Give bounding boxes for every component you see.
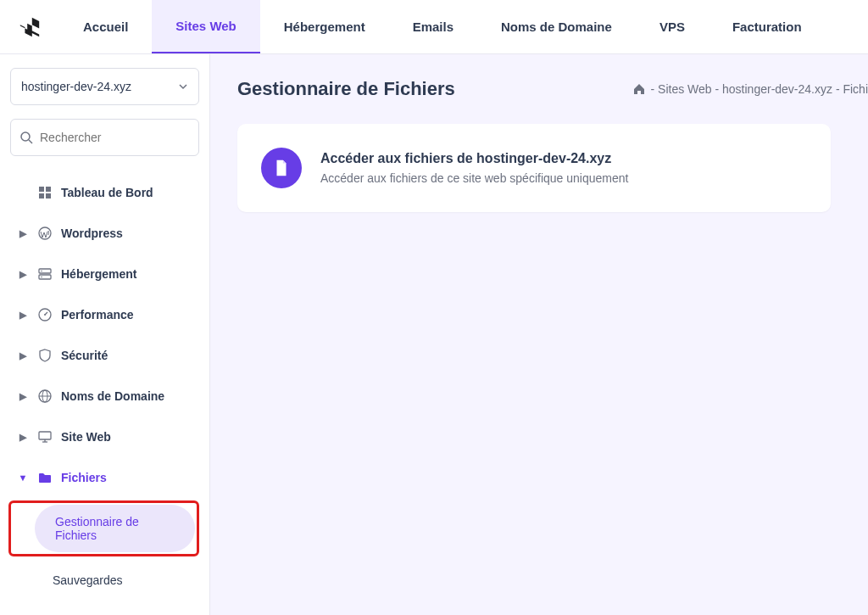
card-subtitle: Accéder aux fichiers de ce site web spéc… [320,171,628,185]
sidebar-item-label: Hébergement [61,267,136,281]
chevron-right-icon: ▶ [17,310,29,321]
breadcrumb[interactable]: - Sites Web - hostinger-dev-24.xyz - Fic… [632,82,869,96]
card-title: Accéder aux fichiers de hostinger-dev-24… [320,151,628,166]
search-icon [19,131,33,144]
top-nav: Accueil Sites Web Hébergement Emails Nom… [0,0,868,54]
nav-item-sites-web[interactable]: Sites Web [152,0,259,53]
svg-line-1 [29,140,32,143]
site-selector-value: hostinger-dev-24.xyz [21,80,131,93]
chevron-down-icon [178,81,188,92]
main-content: Gestionnaire de Fichiers - Sites Web - h… [210,54,868,615]
hostinger-logo-icon [18,15,42,39]
submenu-item-gestionnaire-fichiers[interactable]: Gestionnaire de Fichiers [35,505,195,552]
chevron-down-icon: ▼ [17,472,29,483]
highlight-box: Gestionnaire de Fichiers [8,500,199,556]
svg-point-13 [44,314,46,316]
folder-icon [37,470,53,485]
chevron-right-icon: ▶ [17,228,29,239]
svg-rect-8 [39,275,51,279]
svg-rect-4 [39,193,44,198]
sidebar-item-label: Site Web [61,430,111,444]
sidebar-item-securite[interactable]: ▶ Sécurité [10,336,199,375]
svg-rect-3 [46,187,51,192]
globe-icon [37,389,53,404]
svg-point-0 [21,132,30,141]
sidebar-item-dashboard[interactable]: ▶ Tableau de Bord [10,173,199,212]
page-title: Gestionnaire de Fichiers [237,78,455,100]
svg-rect-2 [39,187,44,192]
brand-logo[interactable] [0,0,59,53]
shield-icon [37,348,53,363]
file-icon-circle [261,148,302,188]
wordpress-icon [37,226,53,241]
submenu-item-sauvegardes[interactable]: Sauvegardes [32,563,199,597]
nav-item-vps[interactable]: VPS [636,0,709,53]
sidebar-item-label: Performance [61,308,134,321]
sidebar-item-performance[interactable]: ▶ Performance [10,295,199,334]
home-icon [632,82,646,96]
svg-rect-17 [39,432,51,439]
sidebar-item-site-web[interactable]: ▶ Site Web [10,417,199,456]
sidebar-item-label: Tableau de Bord [61,186,153,199]
sidebar-menu: ▶ Tableau de Bord ▶ Wordpress ▶ Hébergem… [10,173,199,497]
search-input[interactable] [40,131,190,144]
sidebar-item-noms-de-domaine[interactable]: ▶ Noms de Domaine [10,377,199,416]
nav-item-facturation[interactable]: Facturation [709,0,826,53]
server-icon [37,266,53,282]
chevron-right-icon: ▶ [17,432,29,443]
nav-item-noms-de-domaine[interactable]: Noms de Domaine [477,0,636,53]
gauge-icon [37,307,53,322]
svg-rect-5 [46,193,51,198]
svg-point-9 [41,271,42,272]
chevron-right-icon: ▶ [17,391,29,402]
site-selector-dropdown[interactable]: hostinger-dev-24.xyz [10,68,199,105]
sidebar-item-label: Sécurité [61,349,108,362]
svg-point-10 [41,277,42,278]
chevron-right-icon: ▶ [17,350,29,361]
monitor-icon [37,429,53,444]
sidebar-item-label: Noms de Domaine [61,389,164,403]
sidebar-item-hebergement[interactable]: ▶ Hébergement [10,254,199,294]
search-input-wrapper[interactable] [10,119,199,156]
breadcrumb-text: - Sites Web - hostinger-dev-24.xyz - Fic… [651,82,869,96]
sidebar-item-label: Fichiers [61,471,107,484]
file-icon [272,159,291,177]
svg-rect-7 [39,269,51,273]
chevron-right-icon: ▶ [17,269,29,280]
nav-item-hebergement[interactable]: Hébergement [260,0,389,53]
file-access-card[interactable]: Accéder aux fichiers de hostinger-dev-24… [237,124,831,212]
nav-item-emails[interactable]: Emails [389,0,477,53]
sidebar-item-wordpress[interactable]: ▶ Wordpress [10,214,199,253]
sidebar-item-label: Wordpress [61,226,123,240]
sidebar: hostinger-dev-24.xyz ▶ Tableau de Bord ▶ [0,54,210,615]
dashboard-icon [37,185,53,200]
sidebar-item-fichiers[interactable]: ▼ Fichiers [10,458,199,497]
nav-item-accueil[interactable]: Accueil [59,0,152,53]
